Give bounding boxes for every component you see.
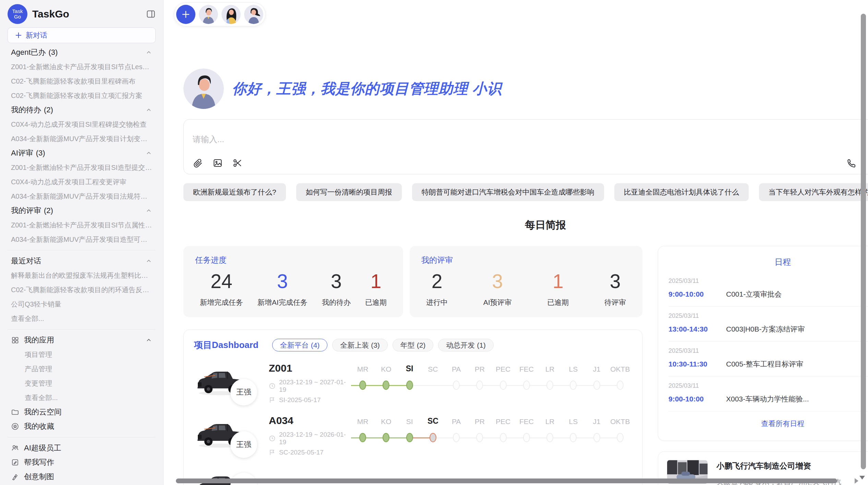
sidebar-item-change-mgmt[interactable]: 变更管理 (8, 376, 156, 390)
plus-icon (15, 32, 22, 38)
project-row-a034[interactable]: 王强 A034 2023-12-19 ~ 2026-01-19 SC-2025-… (194, 414, 632, 456)
sidebar-item[interactable]: A034-全新新能源MUV产品开发项目计划变更表编写 (8, 132, 156, 146)
chevron-up-icon (145, 49, 152, 56)
milestone-label: LR (545, 415, 555, 426)
milestone-dot (570, 381, 577, 390)
new-chat-button[interactable]: 新对话 (8, 27, 156, 43)
stat-pending-review: 3 待评审 (604, 270, 626, 307)
milestone-dot (359, 433, 366, 442)
suggestion-chip[interactable]: 当下年轻人对汽车外观有怎样的喜好趋势 (759, 183, 868, 201)
suggestion-chip[interactable]: 如何写一份清晰的项目周报 (296, 183, 402, 201)
milestone-label: LR (545, 362, 555, 373)
voice-call-icon[interactable] (846, 158, 857, 168)
sidebar-toggle-icon[interactable] (146, 9, 156, 19)
suggestion-chip[interactable]: 比亚迪全固态电池计划具体说了什么 (614, 183, 749, 201)
vertical-scrollbar-thumb[interactable] (861, 14, 866, 469)
chat-input[interactable] (193, 134, 868, 158)
main-area: 王强 你好，王强，我是你的项目管理助理 小识 欧洲新 (164, 0, 868, 485)
filter-pill[interactable]: 年型 (2) (393, 339, 434, 351)
project-row-z001[interactable]: 王强 Z001 2023-12-19 ~ 2027-01-19 SI-2025-… (194, 362, 632, 404)
divider (8, 329, 156, 329)
suggestion-chip[interactable]: 欧洲新规最近颁布了什么? (183, 183, 286, 201)
sidebar-item[interactable]: Z001-全新燃油皮卡产品开发项目SI节点Lesson Learn报告 (8, 60, 156, 74)
view-all-schedule-link[interactable]: 查看所有日程 (668, 411, 868, 428)
sidebar-item-product-mgmt[interactable]: 产品管理 (8, 362, 156, 376)
sidebar-item-favorites[interactable]: 我的收藏 (8, 419, 156, 434)
contact-avatar-3[interactable] (244, 5, 263, 24)
sidebar-section-agent-done[interactable]: Agent已办(3) (8, 45, 156, 60)
contact-avatar-2[interactable] (221, 5, 241, 24)
sidebar-item-write-helper[interactable]: 帮我写作 (8, 455, 156, 470)
sidebar-section-my-review[interactable]: 我的评审(2) (8, 203, 156, 218)
suggestion-chips: 欧洲新规最近颁布了什么? 如何写一份清晰的项目周报 特朗普可能对进口汽车增税会对… (183, 183, 868, 201)
sidebar-item-project-mgmt[interactable]: 项目管理 (8, 347, 156, 362)
sidebar-item-creative-draw[interactable]: 创意制图 (8, 470, 156, 484)
sidebar-item-cloud-space[interactable]: 我的云空间 (8, 405, 156, 419)
sidebar-item[interactable]: A034-全新新能源MUV产品开发项目法规符合性评审 (8, 189, 156, 203)
horizontal-scrollbar-thumb[interactable] (176, 478, 837, 483)
add-contact-button[interactable] (176, 5, 195, 24)
project-code: A034 (269, 415, 351, 426)
sidebar-item[interactable]: A034-全新新能源MUV产品开发项目造型可行性评审 (8, 232, 156, 247)
news-title: 小鹏飞行汽车制造公司增资 (716, 461, 841, 471)
sidebar-section-ai-review[interactable]: AI评审(3) (8, 146, 156, 160)
milestone-label: LS (569, 415, 578, 426)
sidebar-item[interactable]: C0X4-动力总成开发项目SI里程碑提交物检查 (8, 117, 156, 132)
filter-pill[interactable]: 全新上装 (3) (332, 339, 388, 351)
divider (8, 250, 156, 250)
chevron-up-icon (145, 207, 152, 214)
sidebar-section-my-todo[interactable]: 我的待办(2) (8, 103, 156, 117)
filter-pill[interactable]: 全新平台 (4) (272, 339, 328, 351)
scroll-down-arrow-icon[interactable] (859, 476, 865, 480)
milestone-label: PEC (496, 415, 510, 426)
schedule-event: 2025/03/11 13:00-14:30 C003|H0B-方案冻结评审 加… (668, 307, 868, 341)
milestone-dot (617, 381, 624, 390)
milestone-label: SI (406, 362, 413, 373)
project-date-range: 2023-12-19 ~ 2027-01-19 (279, 378, 351, 394)
suggestion-chip[interactable]: 特朗普可能对进口汽车增税会对中国车企造成哪些影响 (412, 183, 604, 201)
milestone-label: SC (428, 362, 438, 373)
scroll-right-arrow-icon[interactable] (855, 478, 858, 484)
milestone-dot (593, 433, 600, 442)
milestone-dot (546, 381, 553, 390)
sidebar-item[interactable]: C02-飞腾新能源轻客改款项目的闭环通告反馈情况 (8, 283, 156, 297)
project-dashboard-card: 项目Dashboard 全新平台 (4) 全新上装 (3) 年型 (2) 动总开… (183, 329, 642, 485)
milestone-label: MR (357, 362, 369, 373)
pen-nib-icon (11, 473, 19, 481)
sidebar-item-ai-staff[interactable]: AI超级员工 (8, 441, 156, 455)
contact-avatar-1[interactable] (199, 5, 218, 24)
sidebar-item-view-all-apps[interactable]: 查看全部... (8, 390, 156, 405)
image-upload-icon[interactable] (213, 158, 223, 168)
sidebar-item-view-all[interactable]: 查看全部... (8, 311, 156, 326)
milestone-label: OKTB (610, 362, 630, 373)
filter-pill[interactable]: 动总开发 (1) (438, 339, 494, 351)
card-title: 任务进度 (195, 255, 391, 265)
event-name: X003-车辆动力学性能验... (726, 394, 868, 404)
dashboard-title: 项目Dashboard (194, 339, 258, 351)
project-owner-badge: 王强 (230, 379, 257, 406)
clock-icon (269, 435, 276, 442)
scissors-icon[interactable] (232, 158, 243, 168)
sidebar-item[interactable]: C02-飞腾新能源轻客改款项目立项汇报方案 (8, 88, 156, 103)
sidebar-item[interactable]: Z001-全新燃油轻卡产品开发项目SI节点属性5D文件评审 (8, 218, 156, 232)
stat-in-progress: 2 进行中 (426, 270, 448, 307)
milestone-dot (383, 433, 389, 442)
milestone-dot (476, 381, 483, 390)
milestone-label: LS (569, 362, 578, 373)
my-review-card: 我的评审 2 进行中 3 AI预评审 1 (410, 246, 642, 317)
project-next-milestone: SI-2025-05-17 (279, 396, 321, 404)
sidebar-section-recent-chats[interactable]: 最近对话 (8, 254, 156, 268)
sidebar: Task Go TaskGo 新对话 Agent已办(3) Z001-全新燃油皮… (0, 0, 164, 485)
sidebar-item[interactable]: 解释最新出台的欧盟报废车法规再生塑料比例被调至15%... (8, 268, 156, 283)
sidebar-item-my-apps[interactable]: 我的应用 (8, 333, 156, 347)
sidebar-item[interactable]: C02-飞腾新能源轻客改款项目里程碑画布 (8, 74, 156, 88)
sidebar-item[interactable]: Z001-全新燃油轻卡产品开发项目SI造型提交物评审 (8, 160, 156, 175)
sidebar-item[interactable]: 公司Q3轻卡销量 (8, 297, 156, 311)
apps-grid-icon (11, 336, 19, 344)
project-next-milestone: SC-2025-05-17 (279, 449, 324, 456)
attach-icon[interactable] (193, 158, 203, 168)
event-date: 2025/03/11 (668, 277, 868, 285)
stat-my-todo: 3 我的待办 (322, 270, 351, 307)
sidebar-item[interactable]: C0X4-动力总成开发项目工程变更评审 (8, 175, 156, 189)
schedule-event: 2025/03/11 9:00-10:00 C001-立项审批会 加入 (668, 272, 868, 307)
